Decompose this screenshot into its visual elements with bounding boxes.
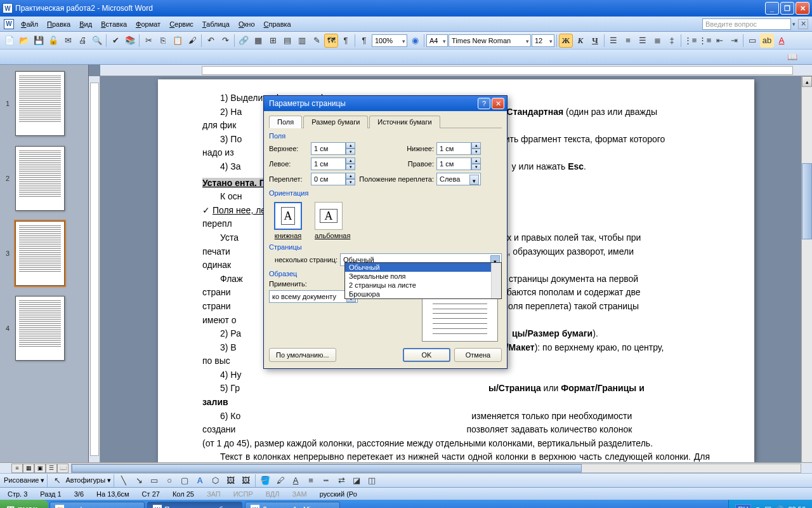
dialog-close-button[interactable]: ✕: [492, 98, 504, 109]
help-search-input[interactable]: Введите вопрос: [702, 18, 791, 30]
open-button[interactable]: 📂: [17, 34, 31, 48]
print-view-button[interactable]: ▣: [34, 464, 46, 473]
lineweight-button[interactable]: ≡: [304, 474, 318, 488]
orientation-landscape[interactable]: A альбомная: [315, 202, 350, 239]
status-rec[interactable]: ЗАП: [203, 490, 225, 498]
diagram-button[interactable]: ⬡: [208, 474, 222, 488]
picture-button[interactable]: 🖼: [239, 474, 252, 488]
linespacing-button[interactable]: ‡: [665, 34, 679, 48]
arrowstyle-button[interactable]: ⇄: [334, 474, 348, 488]
menu-table[interactable]: Таблица: [198, 19, 234, 29]
start-button[interactable]: пуск: [0, 500, 48, 508]
default-button[interactable]: По умолчанию...: [269, 348, 336, 362]
status-ovr[interactable]: ЗАМ: [289, 490, 311, 498]
bottom-margin-input[interactable]: ▴▾: [436, 142, 481, 155]
scroll-thumb[interactable]: [802, 163, 812, 239]
line-button[interactable]: ╲: [117, 474, 131, 488]
tray-icon[interactable]: 🛡: [764, 505, 771, 508]
reading-view-button[interactable]: 📖: [57, 464, 69, 473]
help-button[interactable]: ◉: [408, 34, 422, 48]
print-button[interactable]: 🖨: [75, 34, 89, 48]
drawing-menu[interactable]: Рисование ▾: [4, 476, 44, 485]
align-center-button[interactable]: ≡: [621, 34, 635, 48]
rectangle-button[interactable]: ▭: [147, 474, 161, 488]
taskbar-item[interactable]: 📁word: [49, 502, 145, 508]
outdent-button[interactable]: ⇤: [712, 34, 726, 48]
vertical-scrollbar[interactable]: ▴: [801, 76, 812, 462]
underline-button[interactable]: Ч: [588, 34, 602, 48]
autoshapes-menu[interactable]: Автофигуры ▾: [65, 476, 111, 485]
preview-button[interactable]: 🔍: [90, 34, 104, 48]
spell-button[interactable]: ✔: [108, 34, 122, 48]
pilcrow-button[interactable]: ¶: [357, 34, 371, 48]
thumbnail[interactable]: 4: [0, 296, 88, 361]
zoom-combo[interactable]: 100%: [372, 34, 407, 47]
3d-button[interactable]: ◫: [365, 474, 379, 488]
linecolor-button[interactable]: 🖊: [273, 474, 287, 488]
tab-paper[interactable]: Размер бумаги: [303, 116, 368, 128]
dialog-titlebar[interactable]: Параметры страницы ? ✕: [264, 96, 507, 111]
tray-icon[interactable]: 🔊: [775, 505, 784, 509]
highlight-button[interactable]: ab: [760, 34, 774, 48]
close-button[interactable]: ✕: [796, 2, 809, 15]
clipart-button[interactable]: 🖼: [223, 474, 237, 488]
fontcolor-button[interactable]: A: [775, 34, 789, 48]
minimize-button[interactable]: _: [765, 2, 779, 15]
outline-view-button[interactable]: ☰: [46, 464, 57, 473]
save-button[interactable]: 💾: [32, 34, 46, 48]
mail-button[interactable]: ✉: [61, 34, 75, 48]
dashstyle-button[interactable]: ┅: [319, 474, 333, 488]
numbering-button[interactable]: ⋮≡: [683, 34, 697, 48]
fontcolor2-button[interactable]: A: [289, 474, 303, 488]
shadow-button[interactable]: ◪: [350, 474, 363, 488]
docmap-button[interactable]: 🗺: [324, 34, 338, 48]
gutterpos-combo[interactable]: Слева: [436, 173, 481, 185]
cut-button[interactable]: ✂: [141, 34, 155, 48]
new-button[interactable]: 📄: [3, 34, 16, 48]
research-button[interactable]: 📚: [123, 34, 137, 48]
menu-window[interactable]: Окно: [234, 19, 259, 29]
select-objects-button[interactable]: ↖: [50, 474, 64, 488]
tab-layout[interactable]: Источник бумаги: [369, 116, 440, 128]
dropdown-scrollbar[interactable]: [491, 263, 501, 298]
paste-button[interactable]: 📋: [171, 34, 185, 48]
close-document-button[interactable]: ✕: [798, 19, 808, 29]
drawing-button[interactable]: ✎: [310, 34, 324, 48]
style-combo[interactable]: A4: [426, 34, 448, 47]
vertical-ruler[interactable]: [89, 76, 100, 462]
columns-button[interactable]: ▥: [295, 34, 309, 48]
align-justify-button[interactable]: ≣: [650, 34, 664, 48]
align-left-button[interactable]: ☰: [606, 34, 620, 48]
oval-button[interactable]: ○: [162, 474, 176, 488]
show-marks-button[interactable]: ¶: [339, 34, 353, 48]
excel-button[interactable]: ▤: [280, 34, 294, 48]
status-lang[interactable]: русский (Ро: [316, 490, 361, 498]
dropdown-option[interactable]: Обычный: [345, 263, 501, 272]
tab-margins[interactable]: Поля: [269, 116, 302, 128]
align-right-button[interactable]: ☰: [636, 34, 650, 48]
undo-button[interactable]: ↶: [204, 34, 218, 48]
left-margin-input[interactable]: ▴▾: [311, 157, 355, 170]
italic-button[interactable]: К: [573, 34, 587, 48]
redo-button[interactable]: ↷: [218, 34, 232, 48]
right-margin-input[interactable]: ▴▾: [436, 157, 481, 170]
top-margin-input[interactable]: ▴▾: [311, 142, 355, 155]
menu-format[interactable]: Формат: [131, 19, 165, 29]
web-view-button[interactable]: ▦: [23, 464, 34, 473]
dropdown-option[interactable]: Зеркальные поля: [345, 272, 501, 281]
menu-view[interactable]: Вид: [75, 19, 96, 29]
tray-icon[interactable]: ⊙: [755, 505, 761, 509]
fillcolor-button[interactable]: 🪣: [258, 474, 272, 488]
menu-file[interactable]: Файл: [16, 19, 43, 29]
horizontal-scrollbar[interactable]: [71, 464, 801, 473]
bullets-button[interactable]: ⋮≡: [698, 34, 712, 48]
hyperlink-button[interactable]: 🔗: [237, 34, 251, 48]
indent-button[interactable]: ⇥: [727, 34, 741, 48]
thumbnail[interactable]: 2: [0, 146, 88, 211]
tables-borders-button[interactable]: ▦: [251, 34, 265, 48]
textbox-button[interactable]: ▢: [178, 474, 192, 488]
language-indicator[interactable]: RU: [735, 504, 752, 508]
thumbnail[interactable]: 1: [0, 71, 88, 136]
fontsize-combo[interactable]: 12: [532, 34, 554, 47]
multipage-dropdown-list[interactable]: Обычный Зеркальные поля 2 страницы на ли…: [344, 262, 502, 299]
